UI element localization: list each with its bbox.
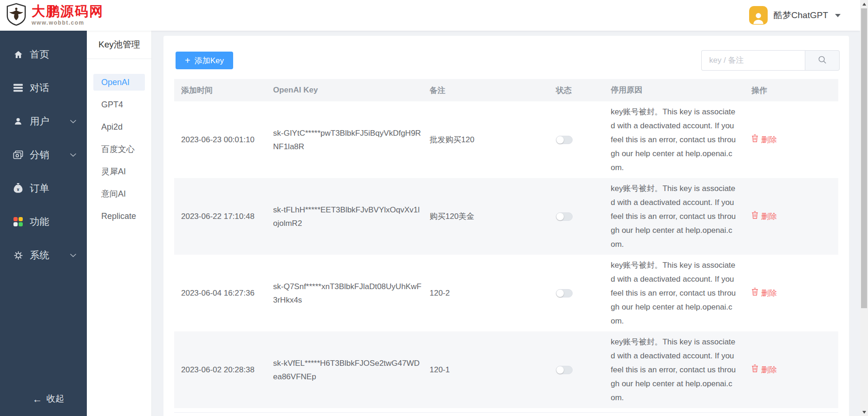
person-icon — [751, 11, 765, 25]
status-toggle[interactable] — [556, 289, 573, 297]
content-card: + 添加Key 添加时间 — [163, 36, 849, 416]
cell-openai-key: sk-kVfEL*****H6T3BlbkFJOSe2twG47WDea86VF… — [266, 357, 423, 383]
sidebar-item-label: 订单 — [30, 182, 49, 195]
scroll-down-arrow-icon — [862, 411, 866, 414]
site-logo[interactable]: 大鹏源码网 www.wobbt.com — [0, 3, 104, 28]
distribution-icon — [13, 150, 24, 160]
trash-icon — [751, 363, 758, 376]
submenu-item-lingxi-ai[interactable]: 灵犀AI — [93, 163, 145, 180]
sidebar-item-label: 系统 — [30, 249, 49, 262]
chevron-down-icon — [70, 119, 77, 124]
column-header-reason: 停用原因 — [604, 83, 743, 97]
key-pool-submenu: Key池管理 OpenAI GPT4 Api2d 百度文心 灵犀AI 意间AI … — [87, 31, 152, 416]
status-toggle[interactable] — [556, 136, 573, 144]
sidebar-item-features[interactable]: 功能 — [0, 210, 87, 233]
add-key-button[interactable]: + 添加Key — [176, 52, 233, 69]
main-content: + 添加Key 添加时间 — [152, 31, 860, 416]
trash-icon — [751, 286, 758, 300]
home-icon — [13, 50, 24, 59]
delete-label: 删除 — [761, 363, 777, 376]
table-row: 2023-06-23 00:01:10 sk-GIYtC*****pwT3Blb… — [174, 101, 838, 178]
key-table: 添加时间 OpenAI Key 备注 状态 停用原因 操作 2023-06-23… — [174, 79, 838, 413]
search-button[interactable] — [805, 50, 840, 71]
sidebar-nav: 首页 对话 用户 — [0, 31, 87, 267]
cell-status — [549, 289, 604, 297]
submenu-item-gpt4[interactable]: GPT4 — [93, 96, 145, 113]
delete-label: 删除 — [761, 286, 777, 300]
cell-action: 删除 — [743, 363, 838, 376]
submenu-item-baidu-wenxin[interactable]: 百度文心 — [93, 141, 145, 158]
cell-note: 120-2 — [423, 286, 549, 300]
submenu-item-replicate[interactable]: Replicate — [93, 208, 145, 225]
vertical-scrollbar[interactable] — [860, 0, 868, 416]
toggle-knob — [556, 366, 564, 374]
cell-disable-reason: key账号被封。This key is associated with a de… — [604, 105, 743, 175]
scroll-down-button[interactable] — [860, 408, 868, 416]
cell-action: 删除 — [743, 133, 838, 146]
cell-status — [549, 366, 604, 374]
cell-disable-reason: key账号被封。This key is associated with a de… — [604, 335, 743, 405]
scrollbar-thumb[interactable] — [861, 8, 867, 308]
delete-button[interactable]: 删除 — [751, 363, 777, 376]
sidebar-item-label: 首页 — [30, 48, 49, 61]
features-grid-icon — [13, 217, 24, 226]
delete-label: 删除 — [761, 210, 777, 223]
toggle-knob — [556, 213, 564, 220]
plus-icon: + — [185, 56, 190, 65]
cell-openai-key: sk-Q7Snf*****xnT3BlbkFJlaDt08UyUhKwF3rHk… — [266, 280, 423, 307]
sidebar-item-chat[interactable]: 对话 — [0, 76, 87, 99]
cell-openai-key: sk-tFLhH*****EET3BlbkFJvBVYlxOqvXv1lojol… — [266, 203, 423, 230]
scroll-up-button[interactable] — [860, 0, 868, 8]
sidebar-item-home[interactable]: 首页 — [0, 43, 87, 66]
svg-text:¥: ¥ — [17, 187, 20, 192]
sidebar-item-label: 用户 — [30, 115, 49, 128]
search-group — [701, 50, 840, 71]
toolbar: + 添加Key — [176, 50, 840, 71]
next-row-divider — [174, 408, 838, 413]
user-icon — [13, 117, 24, 126]
delete-button[interactable]: 删除 — [751, 286, 777, 300]
chevron-down-icon — [70, 153, 77, 157]
table-header: 添加时间 OpenAI Key 备注 状态 停用原因 操作 — [174, 79, 838, 101]
chevron-down-icon — [70, 253, 77, 258]
cell-added-time: 2023-06-22 17:10:48 — [174, 210, 266, 223]
column-header-action: 操作 — [743, 85, 838, 96]
cell-status — [549, 212, 604, 221]
eagle-shield-icon — [5, 3, 28, 28]
sidebar-item-orders[interactable]: ¥ 订单 — [0, 177, 87, 200]
collapse-sidebar-button[interactable]: ← 收起 — [0, 393, 87, 405]
delete-button[interactable]: 删除 — [751, 133, 777, 146]
table-row: 2023-06-04 16:27:36 sk-Q7Snf*****xnT3Blb… — [174, 255, 838, 331]
submenu-item-api2d[interactable]: Api2d — [93, 119, 145, 135]
sidebar-item-label: 功能 — [30, 215, 49, 228]
cell-note: 批发购买120 — [423, 133, 549, 146]
table-row: 2023-06-22 17:10:48 sk-tFLhH*****EET3Blb… — [174, 178, 838, 255]
scroll-up-arrow-icon — [862, 3, 866, 6]
gear-icon — [13, 251, 24, 260]
cell-action: 删除 — [743, 210, 838, 223]
trash-icon — [751, 133, 758, 146]
sidebar-item-system[interactable]: 系统 — [0, 244, 87, 267]
sidebar-item-users[interactable]: 用户 — [0, 110, 87, 133]
delete-label: 删除 — [761, 133, 777, 146]
cell-disable-reason: key账号被封。This key is associated with a de… — [604, 258, 743, 328]
cell-note: 购买120美金 — [423, 210, 549, 223]
status-toggle[interactable] — [556, 212, 573, 221]
submenu-item-yijian-ai[interactable]: 意间AI — [93, 185, 145, 202]
cell-added-time: 2023-06-02 20:28:38 — [174, 363, 266, 376]
delete-button[interactable]: 删除 — [751, 210, 777, 223]
cell-disable-reason: key账号被封。This key is associated with a de… — [604, 182, 743, 251]
search-input[interactable] — [701, 50, 805, 71]
sidebar-item-distribution[interactable]: 分销 — [0, 143, 87, 166]
left-arrow-icon: ← — [33, 394, 42, 404]
collapse-label: 收起 — [46, 393, 64, 405]
user-menu[interactable]: 酷梦ChatGPT — [749, 6, 860, 25]
logo-subtitle: www.wobbt.com — [32, 20, 104, 26]
status-toggle[interactable] — [556, 366, 573, 374]
table-body: 2023-06-23 00:01:10 sk-GIYtC*****pwT3Blb… — [174, 101, 838, 408]
cell-openai-key: sk-GIYtC*****pwT3BlbkFJ5iBqyVkDfgH9RNF1l… — [266, 126, 423, 153]
search-icon — [818, 55, 827, 66]
logo-title: 大鹏源码网 — [32, 5, 104, 18]
submenu-item-openai[interactable]: OpenAI — [93, 74, 145, 91]
column-header-status: 状态 — [549, 85, 604, 96]
